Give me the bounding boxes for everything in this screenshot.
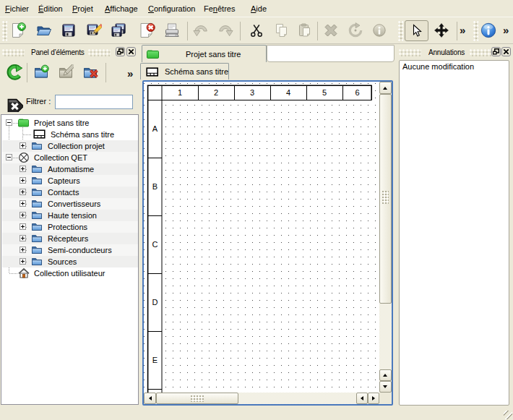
svg-text:B: B [152, 182, 158, 191]
svg-text:4: 4 [286, 88, 290, 97]
svg-text:D: D [152, 298, 158, 307]
svg-text:6: 6 [355, 88, 359, 97]
svg-text:E: E [152, 356, 158, 364]
svg-text:A: A [152, 124, 158, 133]
svg-text:5: 5 [322, 88, 327, 97]
svg-text:2: 2 [214, 88, 218, 97]
svg-text:3: 3 [250, 88, 254, 97]
svg-text:C: C [152, 240, 158, 249]
svg-text:1: 1 [178, 88, 182, 97]
